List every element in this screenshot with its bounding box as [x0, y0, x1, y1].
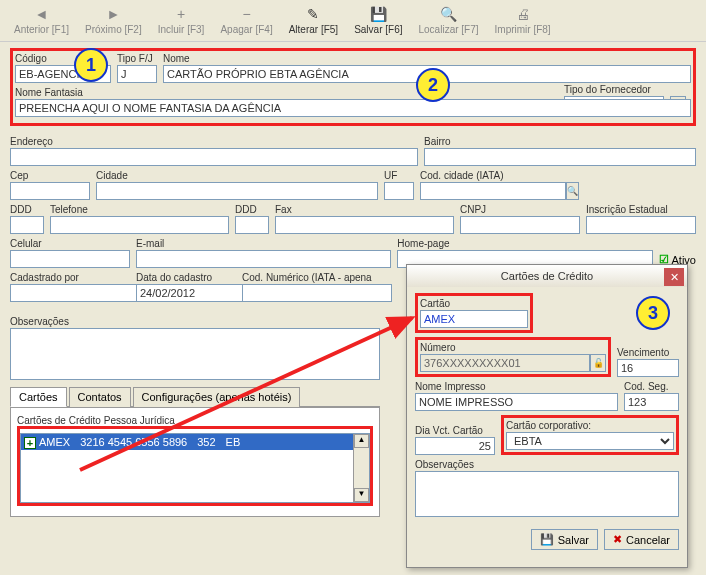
highlight-cartao: Cartão: [415, 293, 533, 333]
dlg-codseg-input[interactable]: [624, 393, 679, 411]
bairro-input[interactable]: [424, 148, 696, 166]
codcidade-input[interactable]: [420, 182, 566, 200]
annotation-3: 3: [636, 296, 670, 330]
tipo-input[interactable]: [117, 65, 157, 83]
dlg-nomeimp-input[interactable]: [415, 393, 618, 411]
codnum-input[interactable]: [242, 284, 392, 302]
scroll-up-icon[interactable]: ▲: [354, 434, 369, 448]
ddd1-input[interactable]: [10, 216, 44, 234]
save-button[interactable]: 💾Salvar [F6]: [348, 4, 408, 37]
card-row[interactable]: AMEX 3216 4545 6556 5896 352 EB: [21, 434, 369, 450]
annotation-2: 2: [416, 68, 450, 102]
obs-input[interactable]: [10, 328, 380, 380]
edit-button[interactable]: ✎Alterar [F5]: [283, 4, 344, 37]
cep-input[interactable]: [10, 182, 90, 200]
search-icon: 🔍: [440, 6, 457, 22]
scrollbar[interactable]: ▲▼: [353, 434, 369, 502]
del-label: Apagar [F4]: [220, 24, 272, 35]
dlg-numero-label: Número: [420, 342, 606, 353]
cadpor-input[interactable]: [10, 284, 156, 302]
celular-input[interactable]: [10, 250, 130, 268]
add-card-button[interactable]: +: [24, 437, 36, 449]
find-label: Localizar [F7]: [419, 24, 479, 35]
ddd2-input[interactable]: [235, 216, 269, 234]
edit-label: Alterar [F5]: [289, 24, 338, 35]
email-label: E-mail: [136, 238, 391, 249]
plus-icon: +: [177, 6, 185, 22]
dlg-cancel-button[interactable]: ✖Cancelar: [604, 529, 679, 550]
cards-list[interactable]: + AMEX 3216 4545 6556 5896 352 EB ▲▼: [20, 433, 370, 503]
dlg-corp-label: Cartão corporativo:: [506, 420, 674, 431]
cnpj-input[interactable]: [460, 216, 580, 234]
email-input[interactable]: [136, 250, 391, 268]
annotation-1: 1: [74, 48, 108, 82]
insc-input[interactable]: [586, 216, 696, 234]
prev-button[interactable]: ◄Anterior [F1]: [8, 4, 75, 37]
floppy-icon: 💾: [540, 533, 554, 546]
add-button[interactable]: +Incluir [F3]: [152, 4, 211, 37]
obs-label: Observações: [10, 316, 380, 327]
celular-label: Celular: [10, 238, 130, 249]
telefone-input[interactable]: [50, 216, 229, 234]
cadpor-label: Cadastrado por: [10, 272, 130, 283]
codcidade-label: Cod. cidade (IATA): [420, 170, 530, 181]
cidade-input[interactable]: [96, 182, 378, 200]
highlight-numero: Número 🔓: [415, 337, 611, 377]
fantasia-input[interactable]: [15, 99, 691, 117]
dlg-codseg-label: Cod. Seg.: [624, 381, 679, 392]
dlg-save-label: Salvar: [558, 534, 589, 546]
homepage-label: Home-page: [397, 238, 652, 249]
cidade-label: Cidade: [96, 170, 378, 181]
toolbar: ◄Anterior [F1] ►Próximo [F2] +Incluir [F…: [0, 0, 706, 42]
dlg-save-button[interactable]: 💾Salvar: [531, 529, 598, 550]
fax-input[interactable]: [275, 216, 454, 234]
card-extra: EB: [226, 436, 241, 448]
unlock-icon[interactable]: 🔓: [590, 354, 606, 372]
dialog-title-text: Cartões de Crédito: [501, 270, 593, 282]
codcidade-lookup[interactable]: 🔍: [566, 182, 579, 200]
floppy-icon: 💾: [370, 6, 387, 22]
dlg-obs-label: Observações: [415, 459, 679, 470]
print-label: Imprimir [F8]: [495, 24, 551, 35]
tab-cartoes[interactable]: Cartões: [10, 387, 67, 407]
tipo-label: Tipo F/J: [117, 53, 157, 64]
codnum-label: Cod. Numérico (IATA - apena: [242, 272, 392, 283]
print-button[interactable]: 🖨Imprimir [F8]: [489, 4, 557, 37]
tab-contatos[interactable]: Contatos: [69, 387, 131, 407]
delete-button[interactable]: −Apagar [F4]: [214, 4, 278, 37]
uf-input[interactable]: [384, 182, 414, 200]
fax-label: Fax: [275, 204, 454, 215]
next-button[interactable]: ►Próximo [F2]: [79, 4, 148, 37]
bairro-label: Bairro: [424, 136, 696, 147]
uf-label: UF: [384, 170, 414, 181]
card-seg: 352: [197, 436, 215, 448]
close-icon[interactable]: ✕: [664, 268, 684, 286]
dlg-cartao-input[interactable]: [420, 310, 528, 328]
dlg-nomeimp-label: Nome Impresso: [415, 381, 618, 392]
cards-panel: Cartões de Crédito Pessoa Jurídica + AME…: [10, 407, 380, 517]
dlg-venc-input[interactable]: [617, 359, 679, 377]
dlg-obs-input[interactable]: [415, 471, 679, 517]
scroll-down-icon[interactable]: ▼: [354, 488, 369, 502]
pencil-icon: ✎: [307, 6, 319, 22]
find-button[interactable]: 🔍Localizar [F7]: [413, 4, 485, 37]
highlight-card-row: + AMEX 3216 4545 6556 5896 352 EB ▲▼: [17, 426, 373, 506]
ddd2-label: DDD: [235, 204, 269, 215]
dlg-diavct-input[interactable]: [415, 437, 495, 455]
printer-icon: 🖨: [516, 6, 530, 22]
dialog-title: Cartões de Crédito ✕: [407, 265, 687, 287]
nome-label: Nome: [163, 53, 691, 64]
card-number: 3216 4545 6556 5896: [80, 436, 187, 448]
dlg-cartao-label: Cartão: [420, 298, 528, 309]
card-brand: AMEX: [39, 436, 70, 448]
dlg-corp-select[interactable]: EBTA: [506, 432, 674, 450]
dlg-diavct-label: Dia Vct. Cartão: [415, 425, 495, 436]
highlight-corp: Cartão corporativo: EBTA: [501, 415, 679, 455]
dlg-numero-input[interactable]: [420, 354, 590, 372]
insc-label: Inscrição Estadual: [586, 204, 696, 215]
tab-config[interactable]: Configurações (apenas hotéis): [133, 387, 301, 407]
endereco-input[interactable]: [10, 148, 418, 166]
endereco-label: Endereço: [10, 136, 418, 147]
add-label: Incluir [F3]: [158, 24, 205, 35]
next-label: Próximo [F2]: [85, 24, 142, 35]
